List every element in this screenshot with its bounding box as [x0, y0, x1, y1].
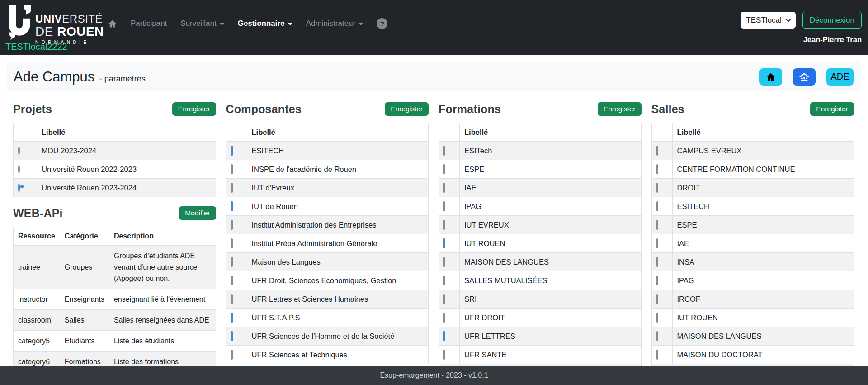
- row-label: ESPE: [673, 216, 854, 234]
- salle-checkbox[interactable]: [656, 350, 658, 360]
- composante-checkbox[interactable]: [231, 164, 233, 174]
- salle-checkbox[interactable]: [656, 238, 658, 248]
- composante-checkbox[interactable]: [231, 201, 233, 211]
- table-row: Institut Prépa Administration Générale: [226, 234, 429, 253]
- projets-column: Projets Enregister Libellé MDU 2023-2024: [13, 101, 216, 372]
- table-row: IUT ROUEN: [652, 309, 854, 327]
- nav-item[interactable]: Surveillant: [180, 19, 224, 28]
- row-label: Institut Administration des Entreprises: [247, 216, 429, 234]
- row-label: MAISON DES LANGUES: [460, 253, 642, 271]
- row-label: Institut Prépa Administration Générale: [247, 234, 429, 253]
- composante-checkbox[interactable]: [231, 276, 233, 285]
- description-cell: Liste des étudiants: [109, 331, 216, 352]
- description-cell: Groupes d'étudiants ADE venant d'une aut…: [109, 246, 216, 289]
- table-header-row: Libellé: [14, 123, 216, 142]
- categorie-cell: Groupes: [60, 246, 109, 289]
- nav-item-label: Participant: [131, 19, 167, 28]
- section-title-salles: Salles: [651, 103, 684, 116]
- project-radio[interactable]: [18, 164, 20, 174]
- formation-checkbox[interactable]: [443, 276, 445, 285]
- webapi-table: Ressource Catégorie Description trainee …: [13, 227, 216, 372]
- table-row: IUT d'Evreux: [226, 179, 429, 197]
- salle-checkbox[interactable]: [656, 276, 658, 285]
- row-label: INSA: [673, 253, 854, 271]
- salles-table: Libellé CAMPUS EVREUX CENTRE FORMATION C…: [651, 123, 854, 364]
- composante-checkbox[interactable]: [231, 294, 233, 304]
- salle-checkbox[interactable]: [656, 201, 658, 211]
- composante-checkbox[interactable]: [231, 146, 233, 156]
- categorie-cell: Etudiants: [60, 331, 109, 352]
- salle-checkbox[interactable]: [656, 146, 658, 156]
- page-title: Ade Campus: [14, 69, 94, 85]
- table-row: ESPE: [652, 216, 854, 234]
- university-logo[interactable]: UNIVERSITÉ DE ROUEN NORMANDIE: [5, 4, 104, 45]
- composante-checkbox[interactable]: [231, 331, 233, 341]
- salle-checkbox[interactable]: [656, 294, 658, 304]
- formation-checkbox[interactable]: [443, 350, 445, 360]
- formation-checkbox[interactable]: [443, 201, 445, 211]
- nav-item[interactable]: Gestionnaire: [238, 19, 292, 28]
- table-row: UFR Sciences de l'Homme et de la Société: [226, 327, 429, 346]
- formation-checkbox[interactable]: [443, 257, 445, 267]
- current-user-name: Jean-Pierre Tran: [803, 35, 862, 44]
- tenant-label: TESTlocal2222: [5, 42, 67, 52]
- profile-context-select[interactable]: TESTlocal: [741, 12, 795, 29]
- ressource-cell: instructor: [14, 289, 60, 310]
- row-label: IUT EVREUX: [460, 216, 642, 234]
- save-composantes-button[interactable]: Enregister: [385, 102, 429, 116]
- table-row: ESITech: [439, 142, 642, 160]
- ressource-cell: classroom: [14, 310, 60, 331]
- row-label: MDU 2023-2024: [37, 142, 216, 160]
- salle-checkbox[interactable]: [656, 183, 658, 193]
- composante-checkbox[interactable]: [231, 220, 233, 230]
- formation-checkbox[interactable]: [443, 220, 445, 230]
- row-label: SRI: [460, 290, 642, 309]
- row-label: Maison des Langues: [247, 253, 429, 271]
- row-label: CAMPUS EVREUX: [673, 142, 854, 160]
- table-row: UFR DROIT: [439, 309, 642, 327]
- formation-checkbox[interactable]: [443, 183, 445, 193]
- categorie-cell: Salles: [60, 310, 109, 331]
- formation-checkbox[interactable]: [443, 238, 445, 248]
- home-nav-link[interactable]: [108, 19, 117, 29]
- salle-checkbox[interactable]: [656, 313, 658, 323]
- formation-checkbox[interactable]: [443, 294, 445, 304]
- modify-webapi-button[interactable]: Modifier: [179, 206, 216, 220]
- formation-checkbox[interactable]: [443, 313, 445, 323]
- home-button[interactable]: [760, 68, 782, 86]
- table-row: category5 Etudiants Liste des étudiants: [14, 331, 216, 352]
- salle-checkbox[interactable]: [656, 331, 658, 341]
- chevron-down-icon: [220, 23, 224, 25]
- table-row: UFR SANTE: [439, 346, 642, 364]
- row-label: UFR DROIT: [460, 309, 642, 327]
- composante-checkbox[interactable]: [231, 183, 233, 193]
- save-formations-button[interactable]: Enregister: [598, 102, 642, 116]
- chevron-down-icon: [359, 23, 363, 25]
- chevron-down-icon: [785, 16, 791, 22]
- project-radio[interactable]: [18, 146, 20, 156]
- composante-checkbox[interactable]: [231, 238, 233, 248]
- salle-checkbox[interactable]: [656, 164, 658, 174]
- formation-checkbox[interactable]: [443, 146, 445, 156]
- composante-checkbox[interactable]: [231, 313, 233, 323]
- formations-table: Libellé ESITech ESPE: [439, 123, 642, 364]
- save-projets-button[interactable]: Enregister: [172, 102, 216, 116]
- salle-checkbox[interactable]: [656, 220, 658, 230]
- table-row: IPAG: [652, 271, 854, 290]
- profile-context-value: TESTlocal: [746, 16, 781, 25]
- project-radio[interactable]: [18, 183, 20, 193]
- footer-version-text: Esup-emargement - 2023 - v1.0.1: [380, 371, 488, 380]
- salle-checkbox[interactable]: [656, 257, 658, 267]
- salles-header: Salles Enregister: [651, 101, 854, 117]
- logout-button[interactable]: Déconnexion: [802, 12, 862, 29]
- ade-button[interactable]: ADE: [826, 68, 854, 86]
- nav-item[interactable]: Administrateur: [306, 19, 363, 28]
- nav-item[interactable]: Participant: [131, 19, 167, 28]
- composante-checkbox[interactable]: [231, 257, 233, 267]
- composante-checkbox[interactable]: [231, 350, 233, 360]
- formation-checkbox[interactable]: [443, 164, 445, 174]
- formation-checkbox[interactable]: [443, 331, 445, 341]
- save-salles-button[interactable]: Enregister: [810, 102, 854, 116]
- help-icon[interactable]: ?: [377, 18, 387, 29]
- campus-sync-button[interactable]: [793, 68, 816, 86]
